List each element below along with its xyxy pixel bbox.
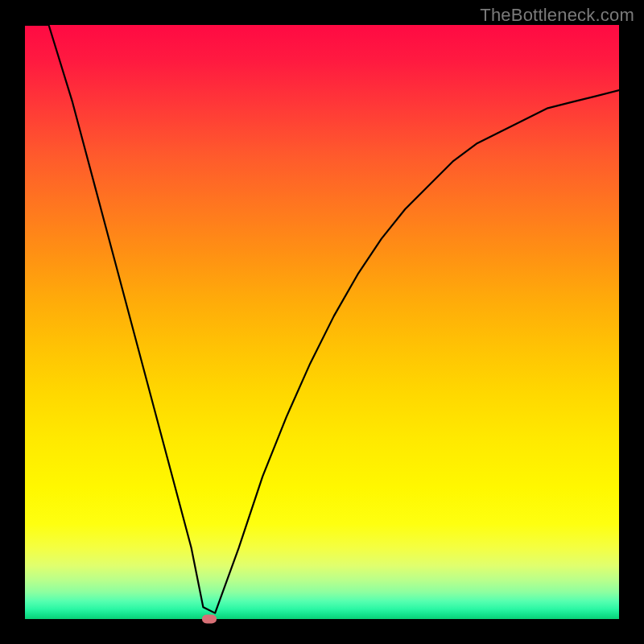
- watermark-text: TheBottleneck.com: [480, 5, 634, 26]
- chart-stage: TheBottleneck.com: [0, 0, 644, 644]
- plot-area: [25, 25, 619, 619]
- minimum-marker: [202, 615, 217, 624]
- curve-line: [25, 25, 619, 619]
